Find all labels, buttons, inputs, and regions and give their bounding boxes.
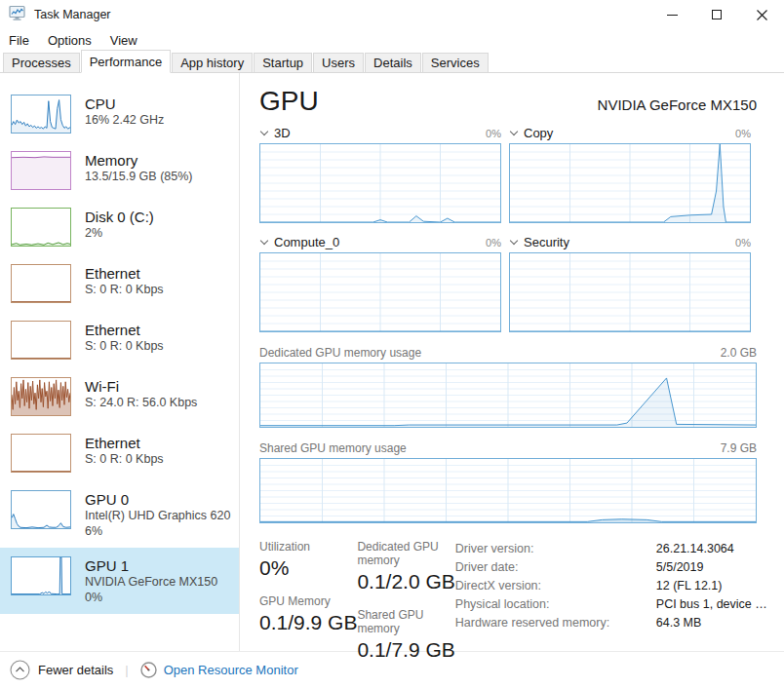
tab-performance[interactable]: Performance xyxy=(81,50,171,73)
stat-value: 0.1/9.9 GB xyxy=(259,611,357,634)
sidebar-item-subtitle: 6% xyxy=(85,524,230,540)
stat-label: Dedicated GPU memory xyxy=(357,540,454,567)
engine-chart-3d: 3D 0% xyxy=(259,125,501,223)
task-manager-window: Task Manager File Options View Processes… xyxy=(0,0,784,688)
engine-chart-value: 0% xyxy=(735,237,751,248)
tab-users[interactable]: Users xyxy=(313,53,364,73)
sidebar-item-subtitle: NVIDIA GeForce MX150 xyxy=(85,575,217,591)
compute0-utilization-chart xyxy=(259,252,501,332)
sidebar-item-ethernet-1[interactable]: Ethernet S: 0 R: 0 Kbps xyxy=(0,255,239,312)
ethernet-thumbnail-chart xyxy=(11,264,71,303)
tab-startup[interactable]: Startup xyxy=(254,53,312,73)
fewer-details-button[interactable]: Fewer details xyxy=(10,660,113,680)
shared-memory-header: Shared GPU memory usage 7.9 GB xyxy=(259,441,757,455)
title-bar: Task Manager xyxy=(0,0,784,29)
memory-chart-max: 7.9 GB xyxy=(721,441,757,455)
page-title: GPU xyxy=(259,86,319,117)
resource-monitor-icon xyxy=(140,662,157,678)
window-controls xyxy=(649,0,784,29)
sidebar-item-title: Ethernet xyxy=(85,321,164,339)
engine-chart-security: Security 0% xyxy=(509,234,751,332)
sidebar-item-title: CPU xyxy=(85,95,164,113)
detail-label: Driver version: xyxy=(455,540,656,558)
detail-row: Hardware reserved memory: 64.3 MB xyxy=(455,614,767,632)
menu-file[interactable]: File xyxy=(9,33,29,48)
security-utilization-chart xyxy=(509,252,751,332)
tab-bar: Processes Performance App history Startu… xyxy=(0,51,784,73)
detail-value: 12 (FL 12.1) xyxy=(656,577,723,595)
memory-chart-max: 2.0 GB xyxy=(721,346,757,360)
sidebar-item-title: GPU 0 xyxy=(85,490,230,509)
stat-label: GPU Memory xyxy=(259,594,357,608)
maximize-icon xyxy=(712,10,722,19)
engine-chart-value: 0% xyxy=(486,237,501,248)
sidebar-item-wifi[interactable]: Wi-Fi S: 24.0 R: 56.0 Kbps xyxy=(0,368,239,425)
footer-divider: | xyxy=(125,663,128,677)
menu-bar: File Options View xyxy=(0,29,784,51)
ethernet-thumbnail-chart xyxy=(11,434,71,473)
sidebar-item-subtitle: S: 24.0 R: 56.0 Kbps xyxy=(85,396,197,411)
engine-chart-compute0: Compute_0 0% xyxy=(259,234,501,332)
memory-chart-title: Dedicated GPU memory usage xyxy=(259,346,421,360)
stats-column-1: Utilization 0% GPU Memory 0.1/9.9 GB xyxy=(259,540,357,676)
sidebar-item-subtitle: Intel(R) UHD Graphics 620 xyxy=(85,509,230,524)
sidebar-item-subtitle: S: 0 R: 0 Kbps xyxy=(85,339,164,355)
minimize-icon xyxy=(667,15,678,16)
engine-chart-value: 0% xyxy=(735,128,751,139)
sidebar-item-gpu0[interactable]: GPU 0 Intel(R) UHD Graphics 620 6% xyxy=(0,481,239,548)
menu-options[interactable]: Options xyxy=(48,33,92,48)
chevron-down-icon xyxy=(510,237,518,245)
performance-content: CPU 16% 2.42 GHz Memory 13.5/15.9 GB (85… xyxy=(0,73,784,651)
sidebar-item-memory[interactable]: Memory 13.5/15.9 GB (85%) xyxy=(0,142,239,199)
sidebar-item-title: Ethernet xyxy=(85,264,164,283)
chevron-down-icon xyxy=(260,128,268,135)
gpu-detail-panel: GPU NVIDIA GeForce MX150 3D 0% Copy xyxy=(259,73,757,676)
tab-details[interactable]: Details xyxy=(365,53,421,73)
cpu-thumbnail-chart xyxy=(11,95,71,134)
engine-charts-grid: 3D 0% Copy 0% Compute_0 xyxy=(259,125,757,332)
sidebar-item-title: GPU 1 xyxy=(85,556,217,575)
sidebar-item-ethernet-2[interactable]: Ethernet S: 0 R: 0 Kbps xyxy=(0,312,239,368)
stat-value: 0% xyxy=(259,556,357,580)
detail-row: Driver date: 5/5/2019 xyxy=(455,558,767,577)
maximize-button[interactable] xyxy=(694,0,739,29)
memory-thumbnail-chart xyxy=(11,151,71,190)
sidebar-item-disk0[interactable]: Disk 0 (C:) 2% xyxy=(0,199,239,255)
gpu1-thumbnail-chart xyxy=(11,556,71,595)
stat-value: 0.1/2.0 GB xyxy=(357,570,454,593)
detail-value: 26.21.14.3064 xyxy=(656,540,734,558)
engine-chart-title: Security xyxy=(524,235,569,249)
shared-gpu-memory-chart xyxy=(259,458,757,523)
memory-chart-title: Shared GPU memory usage xyxy=(259,441,407,455)
sidebar-item-title: Disk 0 (C:) xyxy=(85,208,154,226)
close-button[interactable] xyxy=(739,0,784,29)
performance-sidebar: CPU 16% 2.42 GHz Memory 13.5/15.9 GB (85… xyxy=(0,73,240,651)
copy-utilization-chart xyxy=(509,143,751,223)
sidebar-item-cpu[interactable]: CPU 16% 2.42 GHz xyxy=(0,86,239,142)
menu-view[interactable]: View xyxy=(110,33,137,48)
window-title: Task Manager xyxy=(34,8,111,21)
sidebar-item-ethernet-3[interactable]: Ethernet S: 0 R: 0 Kbps xyxy=(0,425,239,481)
dedicated-gpu-memory-chart xyxy=(259,363,757,428)
detail-label: Driver date: xyxy=(455,558,656,577)
detail-label: DirectX version: xyxy=(455,577,656,595)
sidebar-item-subtitle: 0% xyxy=(85,591,217,606)
sidebar-item-title: Ethernet xyxy=(85,434,164,452)
minimize-button[interactable] xyxy=(649,0,694,29)
chevron-down-icon xyxy=(510,128,518,135)
sidebar-item-gpu1[interactable]: GPU 1 NVIDIA GeForce MX150 0% xyxy=(0,548,239,614)
chevron-down-icon xyxy=(260,237,268,245)
fewer-details-label: Fewer details xyxy=(38,663,113,677)
tab-app-history[interactable]: App history xyxy=(172,53,253,73)
gpu-device-name: NVIDIA GeForce MX150 xyxy=(598,96,757,117)
tab-services[interactable]: Services xyxy=(422,53,489,73)
tab-processes[interactable]: Processes xyxy=(3,53,80,73)
detail-value: 5/5/2019 xyxy=(656,558,704,577)
disk-thumbnail-chart xyxy=(11,208,71,247)
app-icon xyxy=(9,5,26,25)
detail-value: PCI bus 1, device … xyxy=(656,595,767,614)
sidebar-item-subtitle: S: 0 R: 0 Kbps xyxy=(85,283,164,298)
sidebar-item-subtitle: 2% xyxy=(85,226,154,242)
engine-chart-title: Copy xyxy=(524,126,553,140)
engine-chart-title: Compute_0 xyxy=(274,235,339,249)
